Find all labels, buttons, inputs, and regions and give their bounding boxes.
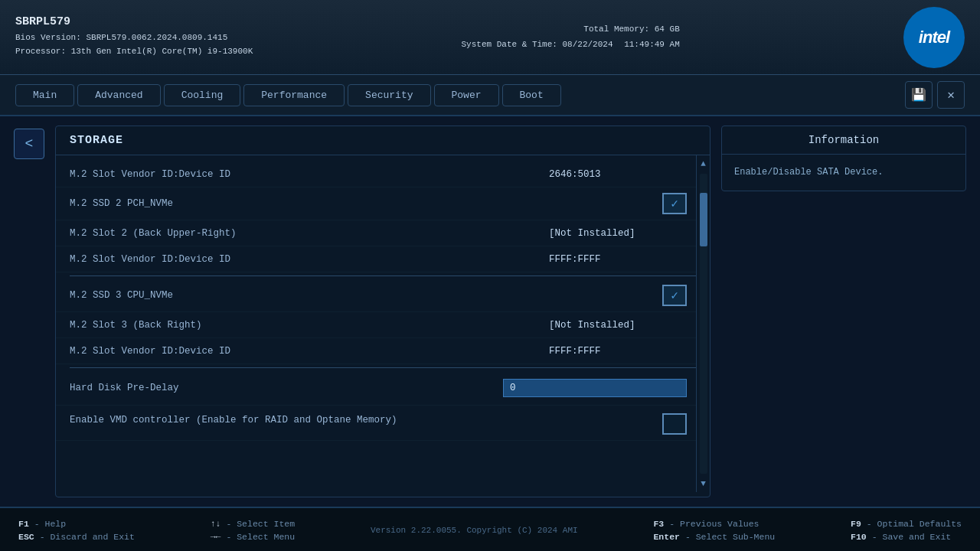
close-icon: ✕ [947, 87, 955, 103]
tab-main[interactable]: Main [15, 84, 74, 106]
f9-key: F9 [851, 519, 861, 529]
footer-f1: F1 - Help [18, 519, 135, 529]
scroll-track [700, 174, 707, 474]
f1-action: - [34, 519, 45, 529]
scroll-down-button[interactable]: ▼ [697, 475, 710, 492]
footer-version: Version 2.22.0055. Copyright (C) 2024 AM… [371, 526, 578, 535]
f3-key: F3 [653, 519, 664, 529]
setting-label: M.2 SSD 2 PCH_NVMe [70, 198, 662, 209]
enter-action-text: Select Sub-Menu [696, 532, 776, 542]
hard-disk-pre-delay-input[interactable] [503, 379, 687, 397]
scrollbar[interactable]: ▲ ▼ [696, 155, 710, 492]
back-button[interactable]: < [14, 129, 44, 159]
tab-power[interactable]: Power [434, 84, 499, 106]
setting-value: [Not Installed] [549, 228, 687, 239]
list-item[interactable]: Hard Disk Pre-Delay [56, 371, 710, 406]
hard-disk-pre-delay-label: Hard Disk Pre-Delay [70, 383, 503, 393]
setting-value: FFFF:FFFF [549, 346, 687, 357]
f9-action-text: Optimal Defaults [877, 519, 962, 529]
tab-security[interactable]: Security [348, 84, 430, 106]
list-item: M.2 Slot 2 (Back Upper-Right) [Not Insta… [56, 220, 710, 246]
enter-arrow-sep: - [226, 532, 237, 542]
footer-enter-arrow: →← - Select Menu [211, 532, 295, 542]
tab-performance[interactable]: Performance [243, 84, 345, 106]
footer-enter: Enter - Select Sub-Menu [653, 532, 775, 542]
arrows-sep: - [226, 519, 237, 529]
footer-f9: F9 - Optimal Defaults [851, 519, 962, 529]
storage-header: STORAGE [56, 126, 710, 155]
vmd-controller-checkbox[interactable] [662, 413, 687, 435]
m2-ssd3-checkbox[interactable] [662, 285, 687, 306]
footer-esc: ESC - Discard and Exit [18, 532, 135, 542]
processor-label: Processor: [15, 47, 66, 56]
setting-value: FFFF:FFFF [549, 254, 687, 265]
nav-bar: Main Advanced Cooling Performance Securi… [0, 75, 980, 116]
main-content: < STORAGE M.2 Slot Vendor ID:Device ID 2… [0, 116, 980, 507]
datetime-label: System Date & Time: [461, 40, 557, 49]
back-icon: < [25, 136, 34, 152]
scroll-thumb[interactable] [700, 193, 707, 246]
info-title: Information [734, 134, 953, 146]
setting-label: M.2 SSD 3 CPU_NVMe [70, 290, 662, 301]
setting-label: M.2 Slot Vendor ID:Device ID [70, 169, 549, 180]
footer-f10: F10 - Save and Exit [851, 532, 962, 542]
bios-version: SBRPL579.0062.2024.0809.1415 [86, 33, 227, 42]
list-item[interactable]: Enable VMD controller (Enable for RAID a… [56, 406, 710, 441]
footer-center-right: F3 - Previous Values Enter - Select Sub-… [653, 519, 775, 542]
scroll-up-button[interactable]: ▲ [697, 155, 710, 172]
header-left: SBRPL579 Bios Version: SBRPL579.0062.202… [15, 15, 253, 58]
vmd-controller-label: Enable VMD controller (Enable for RAID a… [70, 413, 662, 428]
esc-key: ESC [18, 532, 34, 542]
memory-row: Total Memory: 64 GB [461, 22, 679, 37]
setting-label: M.2 Slot Vendor ID:Device ID [70, 346, 549, 357]
f10-sep: - [872, 532, 883, 542]
date-value: 08/22/2024 [563, 40, 613, 49]
info-header: Information [722, 126, 965, 155]
enter-arrow-action-text: Select Menu [237, 532, 295, 542]
f1-action-text: Help [45, 519, 67, 529]
bios-version-row: Bios Version: SBRPL579.0062.2024.0809.14… [15, 31, 253, 45]
f9-sep: - [867, 519, 877, 529]
memory-value: 64 GB [655, 24, 680, 34]
footer: F1 - Help ESC - Discard and Exit ↑↓ - Se… [0, 507, 980, 551]
footer-right: F9 - Optimal Defaults F10 - Save and Exi… [851, 519, 962, 542]
header-center: Total Memory: 64 GB System Date & Time: … [461, 22, 679, 53]
setting-label: M.2 Slot Vendor ID:Device ID [70, 254, 549, 265]
storage-body: M.2 Slot Vendor ID:Device ID 2646:5013 M… [56, 155, 710, 492]
processor-row: Processor: 13th Gen Intel(R) Core(TM) i9… [15, 45, 253, 59]
list-item: M.2 Slot 3 (Back Right) [Not Installed] [56, 312, 710, 338]
storage-title: STORAGE [70, 134, 696, 147]
header: SBRPL579 Bios Version: SBRPL579.0062.202… [0, 0, 980, 75]
esc-action-sep: - [40, 532, 51, 542]
tab-boot[interactable]: Boot [502, 84, 561, 106]
esc-action-text: Discard and Exit [50, 532, 134, 542]
nav-right-buttons: 💾 ✕ [905, 81, 965, 109]
enter-arrow-key: →← [211, 532, 221, 542]
save-icon-button[interactable]: 💾 [905, 81, 933, 109]
section-divider [70, 367, 696, 368]
arrows-action-text: Select Item [237, 519, 295, 529]
time-value: 11:49:49 AM [624, 40, 680, 49]
section-divider [70, 276, 696, 276]
tab-advanced[interactable]: Advanced [77, 84, 160, 106]
f3-sep: - [669, 519, 680, 529]
board-name: SBRPL579 [15, 15, 253, 28]
info-text: Enable/Disable SATA Device. [734, 167, 883, 178]
close-icon-button[interactable]: ✕ [937, 81, 965, 109]
list-item: M.2 Slot Vendor ID:Device ID 2646:5013 [56, 161, 710, 187]
storage-panel: STORAGE M.2 Slot Vendor ID:Device ID 264… [55, 126, 710, 497]
footer-left: F1 - Help ESC - Discard and Exit [18, 519, 135, 542]
tab-cooling[interactable]: Cooling [164, 84, 241, 106]
setting-label: M.2 Slot 3 (Back Right) [70, 320, 549, 331]
list-item[interactable]: M.2 SSD 3 CPU_NVMe [56, 279, 710, 312]
version-text: Version 2.22.0055. Copyright (C) 2024 AM… [371, 526, 578, 535]
processor-value: 13th Gen Intel(R) Core(TM) i9-13900K [71, 47, 253, 56]
footer-f3: F3 - Previous Values [653, 519, 775, 529]
enter-key: Enter [653, 532, 680, 542]
footer-center-left: ↑↓ - Select Item →← - Select Menu [211, 519, 295, 542]
arrows-key: ↑↓ [211, 519, 221, 529]
info-panel: Information Enable/Disable SATA Device. [721, 126, 966, 191]
enter-sep: - [685, 532, 696, 542]
list-item[interactable]: M.2 SSD 2 PCH_NVMe [56, 187, 710, 220]
m2-ssd2-checkbox[interactable] [662, 193, 687, 214]
